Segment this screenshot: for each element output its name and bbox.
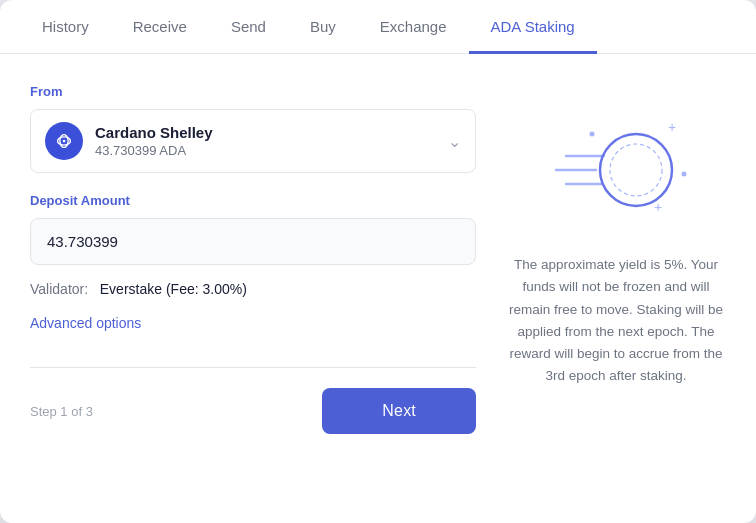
- step-label: Step 1 of 3: [30, 404, 93, 419]
- tab-exchange[interactable]: Exchange: [358, 0, 469, 54]
- tab-ada-staking[interactable]: ADA Staking: [469, 0, 597, 54]
- main-content: From Cardano Shelley 43.730399 ADA ⌄: [0, 54, 756, 523]
- tab-send[interactable]: Send: [209, 0, 288, 54]
- svg-text:+: +: [668, 119, 676, 135]
- staking-svg-illustration: + +: [536, 94, 696, 234]
- tab-history[interactable]: History: [20, 0, 111, 54]
- validator-label: Validator:: [30, 281, 88, 297]
- advanced-options-link[interactable]: Advanced options: [30, 315, 476, 331]
- deposit-amount-input[interactable]: [30, 218, 476, 265]
- left-panel: From Cardano Shelley 43.730399 ADA ⌄: [30, 84, 476, 493]
- validator-value: Everstake (Fee: 3.00%): [100, 281, 247, 297]
- footer-row: Step 1 of 3 Next: [30, 388, 476, 434]
- staking-info-text: The approximate yield is 5%. Your funds …: [506, 254, 726, 388]
- validator-row: Validator: Everstake (Fee: 3.00%): [30, 281, 476, 297]
- svg-point-8: [610, 144, 662, 196]
- divider: [30, 367, 476, 368]
- svg-point-3: [63, 140, 66, 143]
- svg-point-7: [600, 134, 672, 206]
- chevron-down-icon: ⌄: [448, 132, 461, 151]
- next-button[interactable]: Next: [322, 388, 476, 434]
- tab-bar: History Receive Send Buy Exchange ADA St…: [0, 0, 756, 54]
- main-window: History Receive Send Buy Exchange ADA St…: [0, 0, 756, 523]
- svg-point-11: [590, 132, 595, 137]
- tab-buy[interactable]: Buy: [288, 0, 358, 54]
- deposit-amount-label: Deposit Amount: [30, 193, 476, 208]
- wallet-icon: [45, 122, 83, 160]
- svg-text:+: +: [654, 199, 662, 215]
- svg-point-12: [682, 172, 687, 177]
- tab-receive[interactable]: Receive: [111, 0, 209, 54]
- staking-illustration: + +: [536, 94, 696, 234]
- wallet-name: Cardano Shelley: [95, 124, 448, 141]
- from-wallet-selector[interactable]: Cardano Shelley 43.730399 ADA ⌄: [30, 109, 476, 173]
- wallet-info: Cardano Shelley 43.730399 ADA: [95, 124, 448, 158]
- cardano-logo-icon: [53, 130, 75, 152]
- wallet-balance: 43.730399 ADA: [95, 143, 448, 158]
- right-panel: + + The approximate yield is 5%. Your fu…: [506, 84, 726, 493]
- from-label: From: [30, 84, 476, 99]
